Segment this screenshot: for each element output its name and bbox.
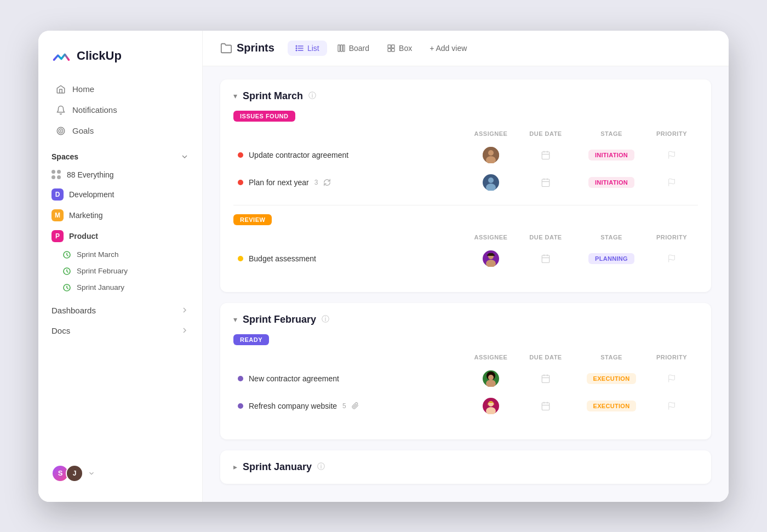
bell-icon: [56, 105, 66, 115]
issues-found-label: ISSUES FOUND: [233, 111, 295, 122]
svg-rect-22: [542, 152, 550, 159]
duedate-col: DUE DATE: [518, 354, 573, 361]
space-marketing[interactable]: M Marketing: [38, 205, 202, 226]
dashboards-label: Dashboards: [51, 306, 96, 315]
tab-board[interactable]: Board: [329, 41, 377, 56]
table-row[interactable]: Budget assessment: [233, 245, 698, 272]
sidebar-footer: S J: [38, 456, 202, 491]
development-badge: D: [51, 188, 64, 201]
svg-rect-55: [542, 403, 550, 410]
avatar-person: J: [66, 465, 83, 482]
task-col: [238, 354, 463, 361]
task-name: Refresh company website: [249, 402, 337, 410]
add-view-label: + Add view: [430, 44, 467, 53]
svg-point-11: [296, 50, 296, 50]
sprint-february-toggle[interactable]: ▾: [233, 315, 237, 324]
nav-home[interactable]: Home: [43, 79, 198, 100]
due-date-cell: [518, 254, 573, 264]
issues-found-group: ISSUES FOUND ASSIGNEE DUE DATE STAGE PRI…: [233, 111, 698, 196]
task-col: [238, 234, 463, 241]
task-count: 5: [342, 402, 346, 410]
sprint-march-item[interactable]: Sprint March: [38, 247, 202, 263]
stage-badge: INITIATION: [588, 150, 634, 161]
assignee-cell: [463, 250, 518, 267]
review-table-header: ASSIGNEE DUE DATE STAGE PRIORITY: [233, 232, 698, 243]
sprint-february-info-icon[interactable]: ⓘ: [322, 314, 329, 324]
stage-cell: INITIATION: [573, 177, 650, 188]
space-everything[interactable]: 88 Everything: [38, 165, 202, 184]
logo-text: ClickUp: [77, 49, 122, 63]
stage-badge: INITIATION: [588, 177, 634, 188]
stage-badge: EXECUTION: [587, 373, 637, 384]
docs-item[interactable]: Docs: [38, 321, 202, 341]
due-date-cell: [518, 178, 573, 187]
sprint-march-header: ▾ Sprint March ⓘ: [233, 90, 698, 102]
task-count: 3: [314, 179, 318, 186]
svg-rect-30: [542, 179, 550, 187]
add-view-button[interactable]: + Add view: [422, 41, 474, 56]
stage-col: STAGE: [573, 354, 650, 361]
logo-area: ClickUp: [38, 46, 202, 79]
svg-point-2: [60, 130, 61, 131]
sprint-january-header[interactable]: ▸ Sprint January ⓘ: [233, 461, 698, 473]
main-content: Sprints List Board Box + Add view: [203, 31, 729, 502]
priority-col: PRIORITY: [650, 354, 694, 361]
sidebar: ClickUp Home Notifications Goals Spaces …: [38, 31, 203, 502]
table-row[interactable]: Plan for next year 3: [233, 169, 698, 196]
due-date-cell: [518, 150, 573, 160]
table-row[interactable]: Update contractor agreement: [233, 141, 698, 169]
person-avatar-svg: [483, 147, 499, 163]
calendar-icon: [541, 150, 551, 160]
space-product[interactable]: P Product: [38, 226, 202, 247]
svg-point-20: [488, 150, 494, 156]
assignee-cell: [463, 174, 518, 191]
clickup-logo-icon: [51, 46, 71, 66]
sprint-february-item[interactable]: Sprint February: [38, 263, 202, 279]
sprint-january-icon: [62, 283, 71, 292]
chevron-down-icon: [180, 152, 189, 161]
task-dot-yellow: [238, 256, 243, 261]
sprint-march-toggle[interactable]: ▾: [233, 91, 237, 100]
calendar-icon: [541, 401, 551, 411]
tab-list[interactable]: List: [288, 41, 327, 56]
tab-board-label: Board: [349, 44, 369, 53]
sprint-january-section: ▸ Sprint January ⓘ: [220, 450, 711, 484]
flag-icon: [667, 151, 676, 159]
table-row[interactable]: Refresh company website 5: [233, 392, 698, 420]
space-development[interactable]: D Development: [38, 184, 202, 205]
sprint-february-section: ▾ Sprint February ⓘ READY ASSIGNEE DUE D…: [220, 303, 711, 439]
stage-cell: PLANNING: [573, 253, 650, 264]
sprint-march-label: Sprint March: [77, 250, 119, 259]
avatar: [483, 147, 499, 163]
attachment-icon: [352, 402, 359, 409]
sprint-march-info-icon[interactable]: ⓘ: [308, 91, 316, 101]
sprint-february-header: ▾ Sprint February ⓘ: [233, 314, 698, 325]
sprint-january-item[interactable]: Sprint January: [38, 279, 202, 296]
user-avatar-stack: S J: [51, 465, 83, 482]
dashboards-item[interactable]: Dashboards: [38, 300, 202, 321]
task-dot-purple: [238, 403, 243, 409]
tab-box[interactable]: Box: [379, 41, 420, 56]
nav-goals[interactable]: Goals: [43, 121, 198, 141]
svg-rect-17: [388, 48, 391, 51]
svg-point-45: [488, 375, 494, 380]
avatar-dropdown-icon[interactable]: [88, 470, 95, 477]
sprint-january-info-icon[interactable]: ⓘ: [317, 462, 325, 472]
sprint-march-title: Sprint March: [243, 90, 303, 102]
review-label: REVIEW: [233, 214, 272, 225]
svg-point-9: [296, 45, 296, 46]
sprint-january-toggle[interactable]: ▸: [233, 462, 237, 471]
nav-notifications[interactable]: Notifications: [43, 100, 198, 121]
table-row[interactable]: New contractor agreement: [233, 365, 698, 392]
group-divider: [233, 205, 698, 205]
tab-list-label: List: [307, 44, 319, 53]
priority-cell: [650, 374, 694, 383]
issues-table-header: ASSIGNEE DUE DATE STAGE PRIORITY: [233, 128, 698, 139]
view-tabs: List Board Box + Add view: [288, 41, 474, 56]
flag-icon: [667, 254, 676, 263]
space-development-label: Development: [69, 190, 115, 199]
ready-table-header: ASSIGNEE DUE DATE STAGE PRIORITY: [233, 352, 698, 363]
sidebar-bottom: Dashboards Docs: [38, 300, 202, 341]
svg-rect-12: [338, 45, 340, 52]
docs-label: Docs: [51, 326, 70, 335]
